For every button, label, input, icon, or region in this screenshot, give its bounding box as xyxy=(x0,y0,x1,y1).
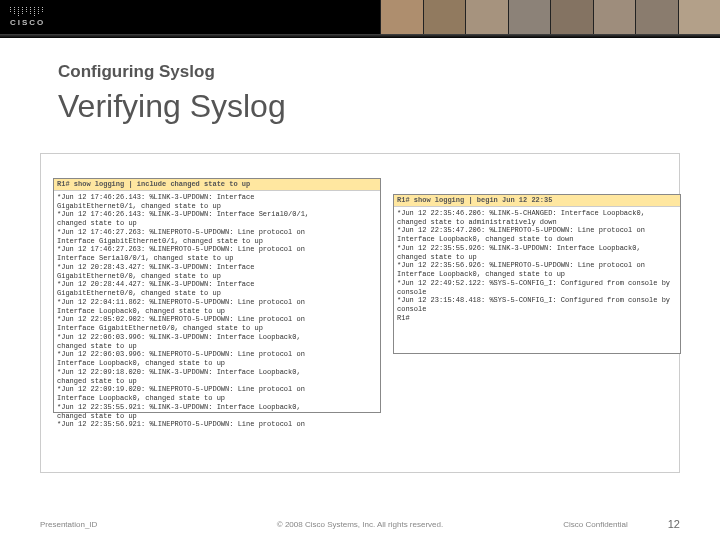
terminal-left-output: *Jun 12 17:46:26.143: %LINK-3-UPDOWN: In… xyxy=(54,191,380,431)
heading-block: Configuring Syslog Verifying Syslog xyxy=(0,38,720,135)
slide-subtitle: Configuring Syslog xyxy=(58,62,720,82)
photo-thumb xyxy=(465,0,508,34)
photo-thumb xyxy=(635,0,678,34)
footer-copyright: © 2008 Cisco Systems, Inc. All rights re… xyxy=(277,520,443,529)
photo-thumb xyxy=(593,0,636,34)
logo-text: CISCO xyxy=(10,18,45,27)
terminal-left-command: R1# show logging | include changed state… xyxy=(54,179,380,191)
logo-bars-icon xyxy=(10,7,45,17)
terminal-right: R1# show logging | begin Jun 12 22:35 *J… xyxy=(393,194,681,354)
slide: CISCO Configuring Syslog Verifying Syslo… xyxy=(0,0,720,540)
content-frame: R1# show logging | include changed state… xyxy=(40,153,680,473)
footer-confidential: Cisco Confidential xyxy=(563,520,627,529)
page-number: 12 xyxy=(668,518,680,530)
photo-thumb xyxy=(550,0,593,34)
terminal-right-command: R1# show logging | begin Jun 12 22:35 xyxy=(394,195,680,207)
footer: Presentation_ID © 2008 Cisco Systems, In… xyxy=(0,518,720,530)
photo-thumb xyxy=(508,0,551,34)
top-bar: CISCO xyxy=(0,0,720,34)
photo-thumb xyxy=(423,0,466,34)
photo-strip xyxy=(380,0,720,34)
photo-thumb xyxy=(380,0,423,34)
photo-thumb xyxy=(678,0,721,34)
cisco-logo: CISCO xyxy=(10,7,45,27)
terminal-left: R1# show logging | include changed state… xyxy=(53,178,381,413)
slide-title: Verifying Syslog xyxy=(58,88,720,125)
footer-left: Presentation_ID xyxy=(40,520,97,529)
terminal-right-output: *Jun 12 22:35:46.206: %LINK-5-CHANGED: I… xyxy=(394,207,680,325)
